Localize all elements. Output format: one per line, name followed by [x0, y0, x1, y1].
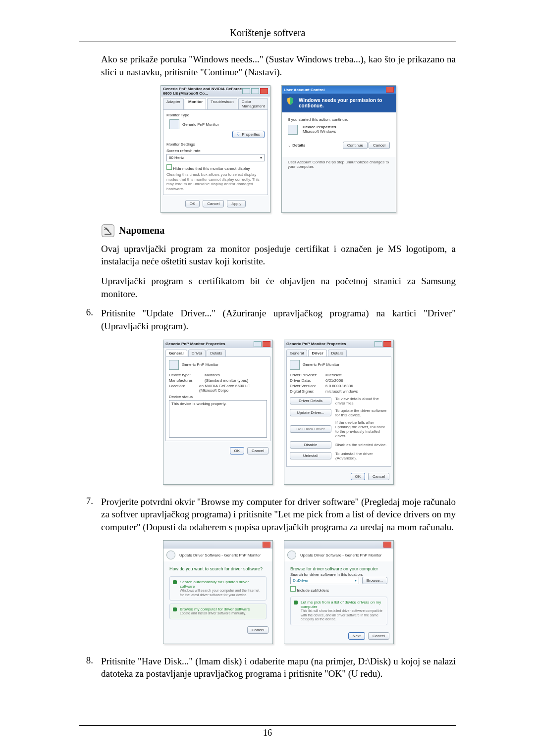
hide-modes-checkbox[interactable]	[166, 164, 172, 170]
tab-general[interactable]: General	[165, 350, 187, 356]
driver-details-button[interactable]: Driver Details	[290, 397, 331, 404]
cancel-button[interactable]: Cancel	[247, 626, 268, 634]
rollback-driver-button: Roll Back Driver	[290, 425, 331, 433]
tab-driver[interactable]: Driver	[188, 350, 206, 356]
signer-k: Digital Signer:	[290, 389, 322, 394]
provider-v: Microsoft	[325, 373, 341, 377]
titlebar: Generic PnP Monitor Properties	[163, 340, 272, 348]
window-title: Generic PnP Monitor and NVIDIA GeForce 6…	[163, 87, 242, 96]
monitor-icon	[169, 119, 179, 129]
close-icon[interactable]	[260, 88, 268, 94]
manufacturer-k: Manufacturer:	[169, 378, 202, 383]
disable-button[interactable]: Disable	[290, 441, 331, 449]
location-v: on NVIDIA GeForce 6600 LE (Microsoft Cor…	[199, 384, 267, 393]
header-rule	[79, 42, 456, 42]
back-icon[interactable]	[166, 551, 175, 559]
chevron-down-icon: ▾	[260, 155, 262, 160]
option-browse[interactable]: Browse my computer for driver software L…	[169, 604, 267, 619]
tab-colormgmt[interactable]: Color Management	[238, 98, 268, 109]
step-8-text: Pritisnite "Have Disk..." (Imam disk) i …	[101, 655, 456, 680]
step-number-6: 6.	[79, 307, 93, 332]
tab-general[interactable]: General	[286, 350, 307, 356]
ok-button[interactable]: OK	[185, 200, 200, 207]
details-toggle[interactable]: Details	[292, 143, 305, 148]
option-pick-desc: This list will show installed driver sof…	[301, 609, 383, 621]
tab-monitor[interactable]: Monitor	[185, 98, 206, 109]
manufacturer-v: (Standard monitor types)	[205, 378, 248, 383]
tab-troubleshoot[interactable]: Troubleshoot	[207, 98, 237, 109]
uac-program-name: Device Properties	[303, 125, 336, 129]
fig-uac: User Account Control Windows needs your …	[281, 85, 396, 212]
monitor-icon	[169, 360, 179, 370]
arrow-icon	[173, 580, 177, 584]
continue-button[interactable]: Continue	[343, 142, 368, 149]
path-input[interactable]: D:\Driver ▾	[290, 577, 359, 584]
close-icon[interactable]	[263, 542, 270, 548]
help-icon[interactable]	[374, 341, 382, 347]
step-number-7: 7.	[79, 496, 93, 534]
fig-driver-general: Generic PnP Monitor Properties General D…	[163, 340, 273, 485]
option-let-me-pick[interactable]: Let me pick from a list of device driver…	[290, 597, 387, 625]
option-auto-search[interactable]: Search automatically for updated driver …	[169, 576, 267, 601]
minimize-icon[interactable]	[242, 88, 250, 94]
tab-details[interactable]: Details	[328, 350, 347, 356]
back-icon[interactable]	[287, 551, 296, 559]
include-subfolders-checkbox[interactable]	[290, 586, 296, 592]
titlebar	[163, 541, 272, 549]
device-status-box: This device is working properly.	[169, 400, 267, 438]
chevron-down-icon[interactable]: ⌄	[288, 143, 291, 148]
option-browse-desc: Locate and install driver software manua…	[180, 611, 262, 615]
help-icon[interactable]	[254, 341, 262, 347]
uac-if-started: If you started this action, continue.	[288, 117, 390, 122]
tab-adapter[interactable]: Adapter	[163, 98, 184, 109]
uninstall-button[interactable]: Uninstall	[290, 452, 331, 459]
wizard-title: Update Driver Software - Generic PnP Mon…	[300, 553, 381, 557]
shield-icon	[286, 97, 295, 105]
cancel-button[interactable]: Cancel	[369, 142, 390, 149]
refresh-rate-label: Screen refresh rate:	[166, 149, 265, 153]
cancel-button[interactable]: Cancel	[368, 473, 389, 480]
device-type-k: Device type:	[169, 373, 202, 377]
step-6-text: Pritisnite "Update Driver..." (Ažuriranj…	[101, 307, 456, 332]
wizard-question: How do you want to search for driver sof…	[163, 561, 272, 573]
device-type-v: Monitors	[205, 373, 220, 377]
cancel-button[interactable]: Cancel	[247, 447, 268, 454]
version-k: Driver Version:	[290, 384, 322, 388]
properties-button[interactable]: 🛡 Properties	[232, 131, 265, 138]
program-icon	[288, 125, 298, 135]
tab-driver[interactable]: Driver	[308, 350, 326, 356]
date-k: Driver Date:	[290, 378, 322, 383]
close-icon[interactable]	[383, 341, 391, 347]
apply-button[interactable]: Apply	[227, 200, 246, 207]
page-number: 16	[79, 725, 456, 738]
cancel-button[interactable]: Cancel	[203, 200, 224, 207]
arrow-icon	[294, 601, 298, 605]
driver-details-desc: To view details about the driver files.	[335, 397, 388, 405]
uninstall-desc: To uninstall the driver (Advanced).	[335, 452, 388, 460]
close-icon[interactable]	[386, 87, 394, 93]
rollback-driver-desc: If the device fails after updating the d…	[335, 420, 388, 438]
next-button[interactable]: Next	[348, 632, 365, 640]
fig-wizard-search: Update Driver Software - Generic PnP Mon…	[163, 540, 273, 644]
monitor-icon	[290, 360, 300, 370]
ok-button[interactable]: OK	[351, 473, 366, 480]
close-icon[interactable]	[263, 341, 270, 347]
titlebar: User Account Control	[282, 86, 396, 94]
shield-icon: 🛡	[237, 132, 241, 137]
maximize-icon[interactable]	[251, 88, 259, 94]
titlebar: Generic PnP Monitor and NVIDIA GeForce 6…	[161, 86, 270, 97]
update-driver-button[interactable]: Update Driver...	[290, 409, 331, 416]
refresh-rate-select[interactable]: 60 Hertz ▾	[166, 154, 265, 161]
window-title: Generic PnP Monitor Properties	[286, 342, 346, 346]
tab-details[interactable]: Details	[207, 350, 225, 356]
device-name: Generic PnP Monitor	[182, 362, 218, 367]
device-status-label: Device status	[169, 395, 267, 399]
note-p2: Upravljački program s certifikatom bit ć…	[101, 275, 456, 300]
uac-footer-note: User Account Control helps stop unauthor…	[282, 157, 396, 174]
cancel-button[interactable]: Cancel	[368, 632, 389, 640]
close-icon[interactable]	[383, 542, 391, 548]
intro-paragraph: Ako se prikaže poruka "Windows needs..."…	[101, 53, 456, 78]
note-title: Napomena	[119, 225, 164, 236]
browse-button[interactable]: Browse...	[362, 577, 387, 584]
ok-button[interactable]: OK	[230, 447, 245, 454]
